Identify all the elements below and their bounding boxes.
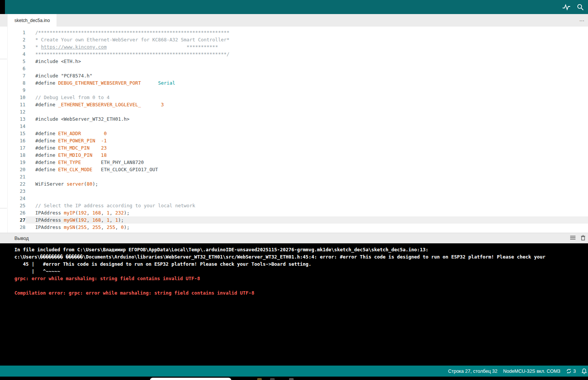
code-line-22[interactable]: 22WiFiServer server(80);: [8, 180, 588, 188]
menu-lines-icon[interactable]: [570, 235, 576, 241]
line-number: 6: [8, 65, 25, 72]
windows-taskbar-sliver: [0, 377, 588, 380]
console-line: In file included from C:\Users\Владимир …: [14, 246, 588, 253]
notification-count: 3: [573, 369, 576, 374]
code-line-16[interactable]: 16#define ETH_POWER_PIN -1: [8, 137, 588, 144]
code-text: ****************************************…: [25, 50, 588, 58]
code-line-3[interactable]: 3* https://www.kincony.com ***********: [8, 43, 588, 50]
code-line-5[interactable]: 5#include <ETH.h>: [8, 58, 588, 65]
code-text: // Debug Level from 0 to 4: [25, 94, 588, 101]
taskbar-app-icon[interactable]: [257, 378, 262, 380]
strip-divider: [0, 59, 7, 59]
code-text: #include <WebServer_WT32_ETH01.h>: [25, 115, 588, 123]
code-text: #define ETH_CLK_MODE ETH_CLOCK_GPIO17_OU…: [25, 166, 588, 173]
code-line-12[interactable]: 12: [8, 108, 588, 115]
code-line-15[interactable]: 15#define ETH_ADDR 0: [8, 130, 588, 137]
code-line-27[interactable]: 27IPAddress myGW(192, 168, 1, 1);: [8, 216, 588, 224]
code-line-21[interactable]: 21: [8, 173, 588, 180]
code-line-14[interactable]: 14: [8, 123, 588, 130]
sync-indicator[interactable]: 3: [566, 368, 576, 374]
toolbar: [0, 0, 588, 14]
line-number: 5: [8, 58, 25, 65]
code-line-4[interactable]: 4***************************************…: [8, 50, 588, 58]
code-text: #include "PCF8574.h": [25, 72, 588, 79]
console-line: [14, 282, 588, 289]
trash-icon[interactable]: [580, 235, 586, 242]
line-number: 11: [8, 101, 25, 108]
code-text: [25, 108, 588, 115]
bell-icon[interactable]: [582, 368, 587, 374]
code-line-8[interactable]: 8#define DEBUG_ETHERNET_WEBSERVER_PORT S…: [8, 79, 588, 87]
arduino-ide-window: sketch_dec5a.ino ⋯ 1/*******************…: [0, 0, 588, 380]
line-number: 24: [8, 195, 25, 202]
line-number: 18: [8, 151, 25, 159]
code-text: WiFiServer server(80);: [25, 180, 588, 188]
code-editor[interactable]: 1/**************************************…: [8, 27, 588, 233]
line-number: 25: [8, 202, 25, 209]
line-number: 28: [8, 224, 25, 231]
line-number: 1: [8, 29, 25, 36]
code-line-26[interactable]: 26IPAddress myIP(192, 168, 1, 232);: [8, 209, 588, 216]
line-number: 10: [8, 94, 25, 101]
console-line: grpc: error while marshaling: string fie…: [14, 275, 588, 282]
code-text: #define ETH_POWER_PIN -1: [25, 137, 588, 144]
code-line-6[interactable]: 6: [8, 65, 588, 72]
code-line-9[interactable]: 9: [8, 87, 588, 94]
window-corner: [0, 0, 5, 14]
serial-monitor-icon[interactable]: [577, 3, 584, 11]
code-line-1[interactable]: 1/**************************************…: [8, 29, 588, 36]
code-text: [25, 173, 588, 180]
line-number: 21: [8, 173, 25, 180]
code-line-20[interactable]: 20#define ETH_CLK_MODE ETH_CLOCK_GPIO17_…: [8, 166, 588, 173]
output-console[interactable]: In file included from C:\Users\Владимир …: [0, 243, 588, 366]
code-line-10[interactable]: 10// Debug Level from 0 to 4: [8, 94, 588, 101]
code-text: #define DEBUG_ETHERNET_WEBSERVER_PORT Se…: [25, 79, 588, 87]
code-text: #define ETH_TYPE ETH_PHY_LAN8720: [25, 159, 588, 166]
taskbar-search-box[interactable]: [150, 378, 231, 380]
code-line-24[interactable]: 24: [8, 195, 588, 202]
code-line-11[interactable]: 11#define _ETHERNET_WEBSERVER_LOGLEVEL_ …: [8, 101, 588, 108]
code-line-23[interactable]: 23: [8, 188, 588, 195]
line-number: 4: [8, 50, 25, 58]
line-number: 7: [8, 72, 25, 79]
console-line: Compilation error: grpc: error while mar…: [14, 289, 588, 296]
code-line-19[interactable]: 19#define ETH_TYPE ETH_PHY_LAN8720: [8, 159, 588, 166]
line-number: 3: [8, 43, 25, 50]
sidebar-strip[interactable]: [0, 27, 8, 233]
taskbar-app-icon[interactable]: [270, 378, 275, 380]
code-text: /***************************************…: [25, 29, 588, 36]
line-number: 27: [8, 216, 25, 224]
code-text: #define ETH_MDIO_PIN 18: [25, 151, 588, 159]
code-line-25[interactable]: 25// Select the IP address according to …: [8, 202, 588, 209]
line-number: 20: [8, 166, 25, 173]
output-panel-header[interactable]: Вывод: [0, 233, 588, 243]
line-number: 2: [8, 36, 25, 43]
strip-divider: [0, 208, 7, 208]
code-text: #define _ETHERNET_WEBSERVER_LOGLEVEL_ 3: [25, 101, 588, 108]
code-line-18[interactable]: 18#define ETH_MDIO_PIN 18: [8, 151, 588, 159]
code-text: [25, 87, 588, 94]
code-text: IPAddress myGW(192, 168, 1, 1);: [25, 216, 588, 224]
code-line-2[interactable]: 2* Create Your own Ethernet-WebServer fo…: [8, 36, 588, 43]
code-text: #include <ETH.h>: [25, 58, 588, 65]
serial-plotter-icon[interactable]: [562, 3, 571, 11]
cursor-position[interactable]: Строка 27, столбец 32: [448, 369, 497, 374]
line-number: 12: [8, 108, 25, 115]
line-number: 16: [8, 137, 25, 144]
code-line-28[interactable]: 28IPAddress mySN(255, 255, 255, 0);: [8, 224, 588, 231]
code-line-7[interactable]: 7#include "PCF8574.h": [8, 72, 588, 79]
code-text: * Create Your own Ethernet-WebServer for…: [25, 36, 588, 43]
more-actions-icon[interactable]: ⋯: [579, 14, 585, 27]
board-port-selector[interactable]: NodeMCU-32S вкл. COM3: [503, 369, 560, 374]
code-line-13[interactable]: 13#include <WebServer_WT32_ETH01.h>: [8, 115, 588, 123]
line-number: 9: [8, 87, 25, 94]
code-line-17[interactable]: 17#define ETH_MDC_PIN 23: [8, 144, 588, 151]
taskbar-app-icon[interactable]: [289, 378, 294, 380]
status-bar: Строка 27, столбец 32 NodeMCU-32S вкл. C…: [0, 366, 588, 377]
tab-label: sketch_dec5a.ino: [14, 18, 50, 23]
tab-sketch[interactable]: sketch_dec5a.ino: [8, 14, 57, 27]
line-number: 8: [8, 79, 25, 87]
line-number: 14: [8, 123, 25, 130]
code-text: [25, 188, 588, 195]
code-text: // Select the IP address according to yo…: [25, 202, 588, 209]
